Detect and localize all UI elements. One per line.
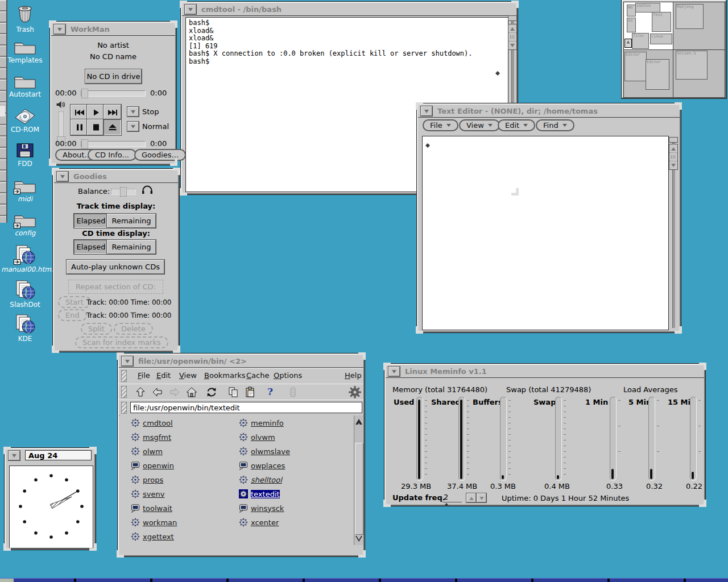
pager-desktop-2[interactable]: Mahjong [673, 2, 725, 51]
file-item-selected[interactable]: textedit [239, 489, 280, 499]
pager-mini-window[interactable]: Linux [650, 34, 672, 44]
goodies-button[interactable]: Goodies... [134, 149, 186, 161]
scroll-up-arrow[interactable] [669, 144, 677, 153]
file-menu-button[interactable]: File [423, 119, 458, 131]
location-input[interactable] [130, 402, 362, 413]
resize-corner[interactable] [383, 500, 391, 507]
play-speed-menu-button[interactable] [127, 122, 139, 131]
track-position-slider[interactable] [81, 90, 146, 97]
spinner-down-button[interactable] [477, 493, 486, 502]
play-button[interactable] [87, 105, 105, 120]
workman-window[interactable]: WorkMan No artist No CD name No CD in dr… [50, 22, 176, 165]
window-menu-button[interactable] [122, 356, 133, 366]
toolbar-drag-handle[interactable] [121, 370, 127, 382]
file-item[interactable]: meminfo [239, 418, 284, 428]
track-remaining-button[interactable]: Remaining [107, 214, 156, 228]
menu-file[interactable]: File [138, 371, 150, 380]
slider-thumb[interactable] [81, 139, 88, 149]
clock-window[interactable]: Aug 24 [5, 448, 96, 550]
title-bar[interactable]: Text Editor - (NONE), dir; /home/tomas [418, 105, 680, 118]
resize-corner[interactable] [699, 500, 706, 507]
update-freq-input[interactable]: 2 [442, 493, 462, 502]
desktop-icon-templates[interactable]: Templates [1, 38, 49, 64]
edit-menu-button[interactable]: Edit [498, 119, 535, 131]
reload-button[interactable] [205, 386, 218, 398]
eject-button[interactable] [104, 119, 121, 135]
pager-desktop-3[interactable]: Editor Editor [623, 49, 674, 98]
pager-mini-window[interactable]: Mahjong [676, 4, 704, 29]
title-bar[interactable]: WorkMan [51, 23, 175, 36]
scroll-down-arrow[interactable] [669, 161, 677, 169]
cd-info-button[interactable]: CD Info... [88, 149, 136, 161]
pager-desktop-4[interactable]: Shisen-S [673, 49, 725, 98]
cd-position-slider[interactable] [81, 141, 146, 147]
desktop-icon-slashdot[interactable]: SlashDot [1, 280, 49, 309]
texteditor-window[interactable]: Text Editor - (NONE), dir; /home/tomas F… [417, 103, 681, 332]
menu-bookmarks[interactable]: Bookmarks [204, 371, 246, 380]
paste-button[interactable] [244, 386, 257, 398]
pager-mini-icon[interactable]: A [624, 39, 632, 48]
autoplay-button[interactable]: Auto-play unknown CDs [67, 260, 164, 274]
pager-mini-window[interactable]: Text [652, 12, 671, 32]
view-menu-button[interactable]: View [459, 119, 500, 131]
desktop-icon-kde[interactable]: KDE [1, 314, 49, 343]
file-item[interactable]: xcenter [239, 517, 279, 527]
scrollbar-elevator[interactable] [669, 144, 678, 170]
resize-corner[interactable] [173, 346, 180, 353]
file-item[interactable]: msgfmt [131, 432, 171, 442]
pager-mini-window[interactable]: Shisen-S [676, 51, 708, 80]
file-item[interactable]: svenv [131, 489, 164, 499]
bottom-panel-edge[interactable] [0, 578, 728, 582]
scrollbar[interactable] [669, 137, 678, 328]
desktop-icon-autostart[interactable]: Autostart [1, 72, 49, 98]
window-menu-button[interactable] [57, 172, 68, 181]
pager-mini-window[interactable]: Go [627, 18, 636, 32]
pager-mini-window[interactable]: Wo [627, 5, 636, 16]
window-menu-button[interactable] [54, 24, 65, 34]
copy-button[interactable] [227, 386, 239, 398]
toolbar-drag-handle[interactable] [121, 386, 127, 398]
scrollbar[interactable] [354, 415, 363, 545]
meminfo-window[interactable]: Linux Meminfo v1.1 Memory (total 3176448… [384, 364, 705, 506]
menu-options[interactable]: Options [274, 371, 302, 380]
menu-cache[interactable]: Cache [246, 371, 269, 380]
play-mode-menu-button[interactable] [127, 107, 139, 117]
pager-mini-window[interactable]: Editor [624, 52, 647, 81]
file-item[interactable]: cmdtool [131, 418, 173, 428]
title-bar[interactable]: cmdtool - /bin/bash [182, 3, 516, 16]
resize-corner[interactable] [117, 550, 124, 558]
scan-index-button[interactable]: Scan for index marks [75, 336, 168, 348]
scroll-grip[interactable] [669, 153, 677, 161]
file-item[interactable]: winsysck [239, 503, 284, 513]
title-bar[interactable]: file:/usr/openwin/bin/ <2> [119, 355, 363, 368]
menu-help[interactable]: Help [345, 371, 362, 380]
file-item[interactable]: xgettext [131, 531, 174, 542]
previous-track-button[interactable] [71, 105, 88, 120]
title-bar[interactable]: Aug 24 [6, 449, 94, 462]
desktop-icon-manual00[interactable]: manual00.html [1, 244, 49, 273]
track-elapsed-button[interactable]: Elapsed [74, 214, 108, 228]
window-menu-button[interactable] [9, 451, 20, 460]
up-button[interactable] [134, 386, 147, 398]
scrollbar-cap[interactable] [669, 137, 678, 143]
spinner-up-button[interactable] [466, 493, 476, 502]
file-item[interactable]: olvwm [239, 432, 275, 442]
find-menu-button[interactable]: Find [536, 119, 574, 131]
scrollbar-elevator[interactable] [508, 24, 517, 50]
pause-button[interactable] [71, 119, 88, 135]
desktop-icon-midi[interactable]: midi [1, 176, 49, 203]
scroll-down-arrow[interactable] [354, 536, 363, 545]
cd-elapsed-button[interactable]: Elapsed [74, 240, 108, 254]
stop-button-disabled[interactable] [287, 386, 299, 398]
title-bar[interactable]: Goodies [54, 170, 178, 183]
title-bar[interactable]: Linux Meminfo v1.1 [386, 365, 704, 378]
next-track-button[interactable] [104, 105, 121, 120]
window-menu-button[interactable] [388, 367, 400, 376]
file-item[interactable]: olwm [131, 446, 163, 456]
window-menu-button[interactable] [185, 5, 196, 14]
filemanager-window[interactable]: file:/usr/openwin/bin/ <2> File Edit Vie… [118, 354, 365, 556]
pager-mini-window[interactable]: cmdtoo [635, 3, 660, 13]
desktop-icon-trash[interactable]: Trash [1, 3, 49, 34]
scroll-up-arrow[interactable] [508, 24, 516, 33]
toolbar-drag-handle[interactable] [121, 402, 127, 414]
